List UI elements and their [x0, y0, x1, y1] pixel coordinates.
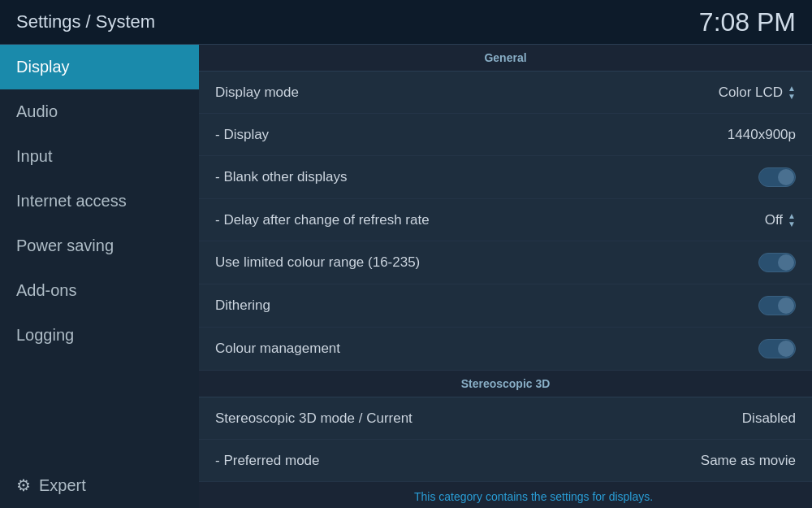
setting-label-delay-refresh: - Delay after change of refresh rate: [215, 212, 430, 228]
sidebar-item-audio[interactable]: Audio: [0, 89, 199, 134]
setting-value-3d-mode: Disabled: [742, 410, 796, 427]
setting-value-blank-displays: [758, 167, 796, 187]
sidebar-item-logging[interactable]: Logging: [0, 313, 199, 358]
status-bar: This category contains the settings for …: [398, 485, 812, 508]
setting-row-delay-refresh[interactable]: - Delay after change of refresh rate Off…: [199, 199, 812, 241]
setting-row-blank-displays[interactable]: - Blank other displays: [199, 156, 812, 199]
setting-row-preferred-mode[interactable]: - Preferred mode Same as movie: [199, 440, 812, 482]
setting-label-dithering: Dithering: [215, 297, 270, 314]
setting-label-display-mode: Display mode: [215, 85, 299, 101]
sidebar-item-display[interactable]: Display: [0, 45, 199, 89]
sidebar-nav: Display Audio Input Internet access Powe…: [0, 45, 199, 358]
app-header: Settings / System 7:08 PM: [0, 0, 812, 45]
setting-value-dithering: [758, 296, 796, 315]
sidebar-item-input[interactable]: Input: [0, 134, 199, 179]
toggle-limited-colour[interactable]: [758, 253, 796, 272]
setting-row-dithering[interactable]: Dithering: [199, 284, 812, 328]
main-layout: Display Audio Input Internet access Powe…: [0, 45, 812, 508]
setting-value-colour-management: [758, 339, 796, 358]
sidebar: Display Audio Input Internet access Powe…: [0, 45, 199, 508]
setting-value-display-mode: Color LCD ▲▼: [719, 85, 796, 101]
setting-row-display[interactable]: - Display 1440x900p: [199, 114, 812, 156]
setting-value-delay-refresh: Off ▲▼: [765, 212, 796, 228]
sidebar-item-internet-access[interactable]: Internet access: [0, 179, 199, 224]
section-header-stereoscopic: Stereoscopic 3D: [199, 371, 812, 397]
setting-label-colour-management: Colour management: [215, 341, 340, 357]
toggle-colour-management[interactable]: [758, 339, 796, 358]
chevrons-delay-refresh: ▲▼: [788, 212, 796, 228]
setting-row-3d-mode[interactable]: Stereoscopic 3D mode / Current Disabled: [199, 397, 812, 440]
expert-button[interactable]: ⚙ Expert: [0, 462, 199, 508]
setting-label-3d-mode: Stereoscopic 3D mode / Current: [215, 410, 412, 427]
setting-label-blank-displays: - Blank other displays: [215, 169, 348, 185]
setting-row-colour-management[interactable]: Colour management: [199, 328, 812, 371]
setting-value-display: 1440x900p: [728, 127, 796, 143]
expert-label: Expert: [39, 476, 86, 495]
setting-label-display: - Display: [215, 127, 269, 143]
setting-label-preferred-mode: - Preferred mode: [215, 453, 320, 469]
chevrons-display-mode: ▲▼: [788, 85, 796, 101]
setting-row-limited-colour[interactable]: Use limited colour range (16-235): [199, 241, 812, 284]
setting-value-limited-colour: [758, 253, 796, 272]
setting-row-display-mode[interactable]: Display mode Color LCD ▲▼: [199, 72, 812, 114]
setting-label-limited-colour: Use limited colour range (16-235): [215, 254, 420, 271]
clock: 7:08 PM: [699, 7, 796, 37]
gear-icon: ⚙: [16, 475, 31, 495]
toggle-blank-displays[interactable]: [758, 167, 796, 187]
sidebar-item-power-saving[interactable]: Power saving: [0, 224, 199, 268]
section-header-general: General: [199, 45, 812, 72]
toggle-dithering[interactable]: [758, 296, 796, 315]
settings-panel: General Display mode Color LCD ▲▼ - Disp…: [199, 45, 812, 508]
sidebar-item-add-ons[interactable]: Add-ons: [0, 268, 199, 313]
page-title: Settings / System: [16, 11, 155, 33]
setting-value-preferred-mode: Same as movie: [701, 453, 796, 469]
